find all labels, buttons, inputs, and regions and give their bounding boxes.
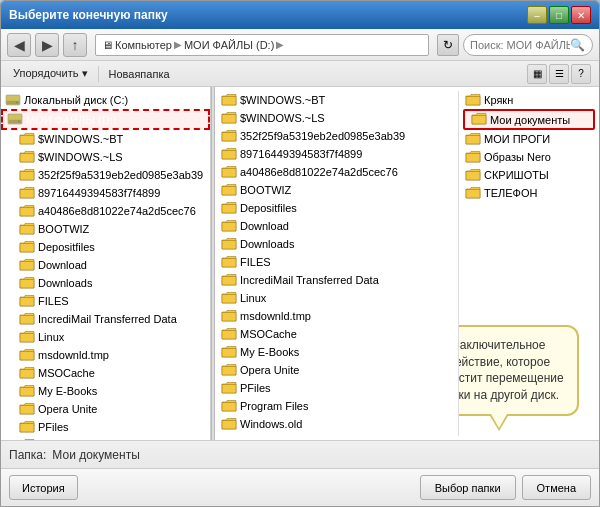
close-button[interactable]: ✕ (571, 6, 591, 24)
folder-label: Папка: (9, 448, 46, 462)
item-label: 352f25f9a5319eb2ed0985e3ab39 (38, 169, 203, 181)
right-panel-item[interactable]: MSOCache (215, 325, 458, 343)
svg-point-2 (16, 101, 18, 103)
button-bar: История Выбор папки Отмена (1, 468, 599, 506)
folder-icon (19, 366, 35, 381)
left-panel[interactable]: Локальный диск (С:) МОИ ФАЙЛЫ (D:) $WIND… (1, 87, 211, 440)
folder-icon (5, 93, 21, 108)
right-panel-item[interactable]: BOOTWIZ (215, 181, 458, 199)
left-panel-item[interactable]: $WINDOWS.~BT (1, 130, 210, 148)
left-panel-item[interactable]: MSOCache (1, 364, 210, 382)
cancel-button[interactable]: Отмена (522, 475, 591, 500)
right-panel-item[interactable]: PFiles (215, 379, 458, 397)
select-folder-button[interactable]: Выбор папки (420, 475, 516, 500)
back-button[interactable]: ◀ (7, 33, 31, 57)
minimize-button[interactable]: – (527, 6, 547, 24)
right-section-item[interactable]: Мои документы (463, 109, 595, 130)
folder-icon (19, 402, 35, 417)
left-panel-item[interactable]: My E-Books (1, 382, 210, 400)
up-button[interactable]: ↑ (63, 33, 87, 57)
maximize-button[interactable]: □ (549, 6, 569, 24)
right-panel-item[interactable]: IncrediMail Transferred Data (215, 271, 458, 289)
item-label: Opera Unite (38, 403, 97, 415)
item-label: $WINDOWS.~BT (240, 94, 325, 106)
command-toolbar: Упорядочить ▾ Новаяпапка ▦ ☰ ? (1, 61, 599, 87)
item-label: a40486e8d81022e74a2d5cec76 (240, 166, 398, 178)
new-folder-button[interactable]: Новаяпапка (105, 66, 174, 82)
breadcrumb[interactable]: 🖥 Компьютер ▶ МОИ ФАЙЛЫ (D:) ▶ (95, 34, 429, 56)
history-button[interactable]: История (9, 475, 78, 500)
right-section-item[interactable]: Крякн (459, 91, 599, 109)
left-panel-item[interactable]: $WINDOWS.~LS (1, 148, 210, 166)
right-panel-item[interactable]: Linux (215, 289, 458, 307)
left-panel-item[interactable]: Download (1, 256, 210, 274)
left-panel-item[interactable]: 89716449394583f7f4899 (1, 184, 210, 202)
right-section-item[interactable]: СКРИШОТЫ (459, 166, 599, 184)
folder-icon (221, 255, 237, 270)
folder-icon (221, 291, 237, 306)
left-panel-item[interactable]: PFiles (1, 418, 210, 436)
left-panel-item[interactable]: Depositfiles (1, 238, 210, 256)
left-panel-item[interactable]: Локальный диск (С:) (1, 91, 210, 109)
title-bar: Выберите конечную папку – □ ✕ (1, 1, 599, 29)
folder-icon (221, 345, 237, 360)
item-label: ТЕЛЕФОН (484, 187, 537, 199)
right-panel-item[interactable]: My E-Books (215, 343, 458, 361)
item-label: Linux (38, 331, 64, 343)
folder-icon (221, 237, 237, 252)
folder-icon (19, 420, 35, 435)
right-section-item[interactable]: Образы Nero (459, 148, 599, 166)
folder-icon (19, 348, 35, 363)
left-panel-item[interactable]: FILES (1, 292, 210, 310)
toolbar-separator (98, 66, 99, 82)
left-panel-item[interactable]: IncrediMail Transferred Data (1, 310, 210, 328)
right-panel-item[interactable]: Depositfiles (215, 199, 458, 217)
folder-icon (19, 294, 35, 309)
right-section-item[interactable]: МОИ ПРОГИ (459, 130, 599, 148)
right-panel-item[interactable]: 352f25f9a5319eb2ed0985e3ab39 (215, 127, 458, 145)
view-grid-button[interactable]: ▦ (527, 64, 547, 84)
breadcrumb-computer: Компьютер (115, 39, 172, 51)
title-bar-buttons: – □ ✕ (527, 6, 591, 24)
right-panel-item[interactable]: Download (215, 217, 458, 235)
forward-button[interactable]: ▶ (35, 33, 59, 57)
item-label: СКРИШОТЫ (484, 169, 549, 181)
search-input[interactable] (470, 39, 570, 51)
right-panel-item[interactable]: 89716449394583f7f4899 (215, 145, 458, 163)
right-panel[interactable]: $WINDOWS.~BT $WINDOWS.~LS 352f25f9a5319e… (215, 87, 599, 440)
left-panel-item[interactable]: msdownld.tmp (1, 346, 210, 364)
search-icon: 🔍 (570, 38, 585, 52)
left-panel-item[interactable]: 352f25f9a5319eb2ed0985e3ab39 (1, 166, 210, 184)
right-panel-item[interactable]: Opera Unite (215, 361, 458, 379)
right-panel-item[interactable]: $WINDOWS.~BT (215, 91, 458, 109)
folder-icon (221, 327, 237, 342)
refresh-button[interactable]: ↻ (437, 34, 459, 56)
help-button[interactable]: ? (571, 64, 591, 84)
right-panel-item[interactable]: $WINDOWS.~LS (215, 109, 458, 127)
left-panel-item[interactable]: BOOTWIZ (1, 220, 210, 238)
item-label: Depositfiles (38, 241, 95, 253)
left-panel-item[interactable]: Linux (1, 328, 210, 346)
right-panel-item[interactable]: Program Files (215, 397, 458, 415)
right-panel-item[interactable]: FILES (215, 253, 458, 271)
left-panel-item[interactable]: a40486e8d81022e74a2d5cec76 (1, 202, 210, 220)
item-label: Мои документы (490, 114, 570, 126)
folder-icon (19, 132, 35, 147)
right-panel-item[interactable]: АРХИВ ФАЙЛОВ (215, 433, 458, 436)
organize-button[interactable]: Упорядочить ▾ (9, 65, 92, 82)
right-panel-item[interactable]: msdownld.tmp (215, 307, 458, 325)
folder-icon (221, 273, 237, 288)
folder-icon (19, 204, 35, 219)
folder-icon (221, 417, 237, 432)
right-panel-item[interactable]: Windows.old (215, 415, 458, 433)
left-panel-item[interactable]: Opera Unite (1, 400, 210, 418)
left-panel-item[interactable]: МОИ ФАЙЛЫ (D:) (1, 109, 210, 130)
left-panel-item[interactable]: Downloads (1, 274, 210, 292)
right-panel-item[interactable]: a40486e8d81022e74a2d5cec76 (215, 163, 458, 181)
right-section-item[interactable]: ТЕЛЕФОН (459, 184, 599, 202)
view-list-button[interactable]: ☰ (549, 64, 569, 84)
item-label: MSOCache (240, 328, 297, 340)
item-label: Локальный диск (С:) (24, 94, 128, 106)
right-panel-item[interactable]: Downloads (215, 235, 458, 253)
item-label: Depositfiles (240, 202, 297, 214)
